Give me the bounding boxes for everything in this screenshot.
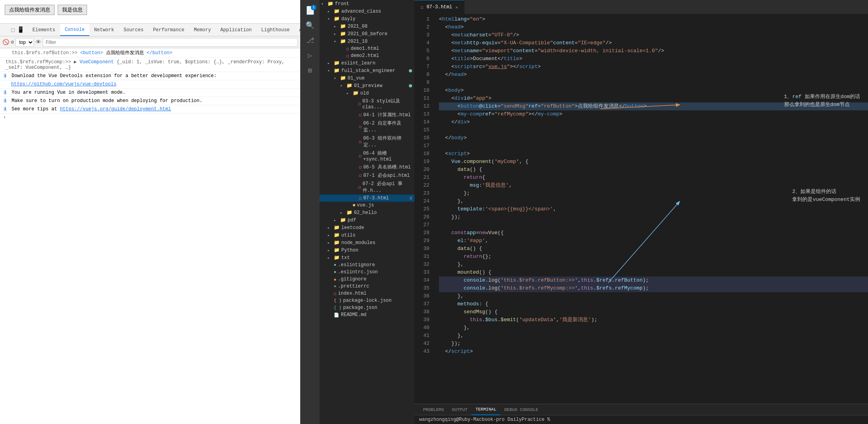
tree-item-073[interactable]: ◻ 07-3.html U — [320, 195, 414, 202]
devtools-tab-bar: ⬚ 📱 Elements Console Network Sources Per… — [0, 24, 300, 36]
activity-explorer[interactable]: 📄 1 — [303, 3, 317, 17]
tree-item-pdf[interactable]: ▸ 📁 pdf — [320, 216, 414, 224]
activity-debug[interactable]: ▷ — [303, 48, 317, 62]
tab-debug-console[interactable]: DEBUG CONSOLE — [500, 404, 542, 415]
console-line-info1: ℹ Download the Vue Devtools extension fo… — [0, 72, 300, 80]
terminal-tab-bar: PROBLEMS OUTPUT TERMINAL DEBUG CONSOLE — [414, 404, 868, 415]
clear-console-icon[interactable]: 🚫 — [2, 39, 9, 45]
console-repl-input[interactable] — [8, 115, 297, 120]
tree-item-02hello[interactable]: ▸ 📁 02_hello — [320, 209, 414, 216]
tab-performance[interactable]: Performance — [148, 24, 189, 36]
tree-item-node_modules[interactable]: ▸ 📁 node_modules — [320, 239, 414, 246]
console-input-line: › — [0, 114, 300, 121]
element-picker-icon[interactable]: ⬚ — [11, 26, 15, 34]
tree-item-file4[interactable]: ◻ 06-3 组件双向绑定... — [320, 134, 414, 149]
tree-item-readme[interactable]: 📄 README.md — [320, 311, 414, 318]
tree-item-demo1[interactable]: ◻ demo1.html — [320, 45, 414, 52]
tree-item-leetcode[interactable]: ▸ 📁 leetcode — [320, 224, 414, 231]
tree-item-python[interactable]: ▸ 📁 Python — [320, 246, 414, 254]
tab-adblock[interactable]: AdBlock — [295, 24, 300, 36]
tree-item-front[interactable]: ▾ 📁 front — [320, 0, 414, 8]
tab-lighthouse[interactable]: Lighthouse — [257, 24, 295, 36]
filter-toggle-icon[interactable]: ⊘ — [11, 39, 14, 45]
console-text-2: this.$refs.refMycomp:>> ▶ VueComponent {… — [6, 59, 297, 70]
tree-item-file2[interactable]: ◻ 04-1 计算属性.html — [320, 111, 414, 119]
code-editor: <html lang="en"> <head> <meta charset="U… — [434, 14, 868, 404]
tree-item-dayly[interactable]: ▾ 📁 dayly — [320, 15, 414, 23]
tab-network[interactable]: Network — [89, 24, 119, 36]
context-dropdown[interactable]: top — [15, 38, 34, 47]
browser-devtools-panel: 点我给组件发消息 我是信息 ⬚ 📱 Elements Console Netwo… — [0, 0, 301, 424]
tree-item-old[interactable]: ▸ 📁 old — [320, 89, 414, 97]
tree-item-eslint[interactable]: ▸ 📁 eslint_learn — [320, 59, 414, 67]
eye-icon[interactable]: 👁 — [36, 39, 41, 45]
tree-item-prettierrc[interactable]: ● .prettierrc — [320, 283, 414, 290]
tree-item-file1[interactable]: ◻ 03-3 style以及 clas... — [320, 97, 414, 111]
tab-console[interactable]: Console — [60, 24, 89, 36]
console-caret: › — [3, 115, 6, 120]
filter-input[interactable] — [43, 38, 298, 47]
tree-item-pkgjson[interactable]: { } package.json — [320, 304, 414, 311]
activity-extensions[interactable]: ⊞ — [303, 63, 317, 78]
tree-item-file3[interactable]: ◻ 06-2 自定事件及监... — [320, 119, 414, 134]
console-output: this.$refs.refButton:>> <button> 点我给组件发消… — [0, 48, 300, 424]
tree-item-eslintrcjson[interactable]: ● .eslintrc.json — [320, 269, 414, 276]
tree-item-file8[interactable]: ◻ 07-2 必会api 事件.h... — [320, 180, 414, 195]
console-text-1: this.$refs.refButton:>> <button> 点我给组件发消… — [12, 49, 172, 56]
tree-item-fullstack[interactable]: ▾ 📁 full_stack_engineer — [320, 67, 414, 74]
tree-item-01preview[interactable]: ▾ 📁 01_preview — [320, 82, 414, 89]
info-button[interactable]: 我是信息 — [58, 5, 87, 15]
editor-tab-active[interactable]: ◻ 07-3.html ✕ — [414, 0, 465, 14]
tree-item-advanced[interactable]: ▸ 📁 advanced_class — [320, 8, 414, 15]
console-line-link: https://github.com/vuejs/vue-devtools — [0, 80, 300, 89]
device-toggle-icon[interactable]: 📱 — [17, 26, 25, 34]
file-sidebar: ▾ 📁 front ▸ 📁 advanced_class ▾ 📁 dayly — [320, 0, 414, 424]
terminal-panel: PROBLEMS OUTPUT TERMINAL DEBUG CONSOLE w… — [414, 404, 868, 424]
editor-area: ◻ 07-3.html ✕ 12345 678910 1112131415 16… — [414, 0, 868, 424]
tab-output[interactable]: OUTPUT — [448, 404, 472, 415]
tab-terminal[interactable]: TERMINAL — [471, 404, 500, 415]
terminal-content: wangzhongqing@Ruby-Macbook-pro DailyPrac… — [414, 415, 868, 424]
tree-item-2021_08b[interactable]: ▸ 📁 2021_08_before — [320, 30, 414, 38]
tab-application[interactable]: Application — [216, 24, 256, 36]
tree-item-txt[interactable]: ▸ 📁 txt — [320, 254, 414, 261]
tab-memory[interactable]: Memory — [189, 24, 216, 36]
devtools-icons: ⬚ 📱 — [11, 24, 28, 36]
terminal-prompt: wangzhongqing@Ruby-Macbook-pro DailyPrac… — [419, 417, 550, 422]
tree-item-utils[interactable]: ▸ 📁 utils — [320, 231, 414, 239]
tab-problems[interactable]: PROBLEMS — [419, 404, 448, 415]
line-numbers: 12345 678910 1112131415 1617181920 21222… — [414, 14, 434, 404]
activity-search[interactable]: 🔍 — [303, 18, 317, 32]
tree-item-indexhtml[interactable]: ◻ index.html — [320, 290, 414, 297]
console-line-info3: ℹ Make sure to turn on production mode w… — [0, 97, 300, 105]
editor-tab-bar: ◻ 07-3.html ✕ — [414, 0, 868, 14]
tree-item-file6[interactable]: ◻ 06-5 具名插槽.html — [320, 163, 414, 171]
tab-sources[interactable]: Sources — [119, 24, 148, 36]
console-line-2: this.$refs.refMycomp:>> ▶ VueComponent {… — [0, 58, 300, 72]
tree-item-file5[interactable]: ◻ 06-4 插槽+sync.html — [320, 149, 414, 163]
console-toolbar: 🚫 ⊘ top 👁 — [0, 36, 300, 48]
tree-item-eslintignore[interactable]: ● .eslintignore — [320, 261, 414, 269]
activity-git[interactable]: ⎇ — [303, 33, 317, 47]
vscode-panel: 📄 1 🔍 ⎇ ▷ ⊞ ▾ 📁 front — [301, 0, 868, 424]
tree-item-file7[interactable]: ◻ 07-1 必会api.html — [320, 171, 414, 180]
webpage-preview: 点我给组件发消息 我是信息 — [0, 0, 300, 24]
send-msg-button[interactable]: 点我给组件发消息 — [5, 5, 55, 15]
devtools: ⬚ 📱 Elements Console Network Sources Per… — [0, 24, 300, 424]
tree-item-2021_08[interactable]: ▸ 📁 2021_08 — [320, 23, 414, 30]
console-line-info4: ℹ See more tips at https://vuejs.org/gui… — [0, 105, 300, 114]
activity-bar: 📄 1 🔍 ⎇ ▷ ⊞ — [301, 0, 320, 424]
tree-item-2021_10[interactable]: ▾ 📁 2021_10 — [320, 38, 414, 45]
tree-item-vuejs[interactable]: ■ vue.js — [320, 202, 414, 209]
tree-item-01vue[interactable]: ▾ 📁 01_vue — [320, 74, 414, 82]
console-line-info2: ℹ You are running Vue in development mod… — [0, 89, 300, 97]
console-line-1: this.$refs.refButton:>> <button> 点我给组件发消… — [0, 48, 300, 58]
tree-item-demo2[interactable]: ◻ demo2.html — [320, 52, 414, 59]
tab-elements[interactable]: Elements — [28, 24, 60, 36]
devtools-link[interactable]: https://github.com/vuejs/vue-devtools — [11, 81, 116, 87]
tree-item-pkglock[interactable]: { } package-lock.json — [320, 297, 414, 304]
tree-item-gitignore[interactable]: ◆ .gitignore — [320, 276, 414, 283]
